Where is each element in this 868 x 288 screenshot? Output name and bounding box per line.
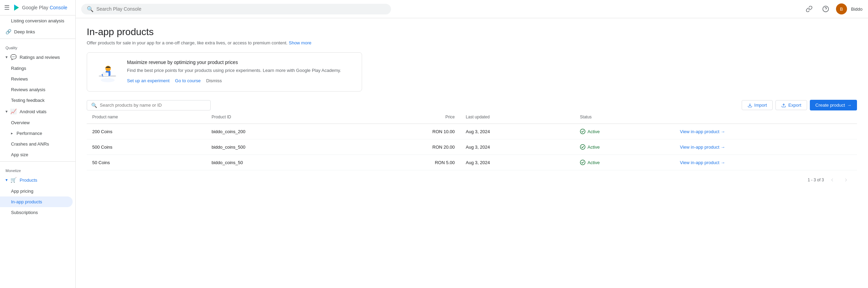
main-content: 🔍 B Biddo In-app products xyxy=(76,0,868,288)
sidebar-divider-monetize xyxy=(0,161,75,162)
view-link-cell: View in-app product → xyxy=(675,155,857,170)
topbar: 🔍 B Biddo xyxy=(76,0,868,18)
import-button[interactable]: Import xyxy=(742,100,773,110)
product-search-icon: 🔍 xyxy=(91,103,97,108)
view-product-link-1[interactable]: View in-app product → xyxy=(680,129,725,134)
active-status-icon xyxy=(580,144,585,150)
products-table: Product name Product ID Price Last updat… xyxy=(87,110,857,170)
product-id-cell: biddo_coins_50 xyxy=(206,155,352,170)
view-product-link-3[interactable]: View in-app product → xyxy=(680,160,725,165)
active-status-icon xyxy=(580,129,585,134)
last-updated-cell: Aug 3, 2024 xyxy=(460,124,574,139)
table-row: 50 Coins biddo_coins_50 RON 5.00 Aug 3, … xyxy=(87,155,857,170)
product-id-cell: biddo_coins_200 xyxy=(206,124,352,139)
product-search-box[interactable]: 🔍 xyxy=(87,100,211,110)
table-row: 200 Coins biddo_coins_200 RON 10.00 Aug … xyxy=(87,124,857,139)
product-name-cell: 200 Coins xyxy=(87,124,206,139)
search-icon: 🔍 xyxy=(87,6,94,12)
sidebar-divider-quality xyxy=(0,39,75,39)
svg-point-12 xyxy=(580,129,585,134)
svg-point-3 xyxy=(101,78,115,82)
sidebar-item-performance[interactable]: ▸ Performance xyxy=(0,128,73,139)
link-button[interactable] xyxy=(803,3,815,15)
export-button[interactable]: Export xyxy=(775,100,807,110)
status-label: Active xyxy=(588,129,600,134)
sidebar-item-ratings[interactable]: Ratings xyxy=(0,63,73,74)
sidebar-item-reviews[interactable]: Reviews xyxy=(0,74,73,84)
sidebar-item-label: Subscriptions xyxy=(11,210,38,215)
sidebar-item-label: Performance xyxy=(17,131,42,136)
sidebar-item-label: Reviews analysis xyxy=(11,87,45,92)
help-button[interactable] xyxy=(819,3,832,15)
quality-section-label: Quality xyxy=(0,42,75,51)
link-icon xyxy=(806,6,813,12)
pagination-next-button[interactable] xyxy=(840,174,851,185)
sidebar-section-monetize: Monetize ▾ 🛒 Products App pricing In-app… xyxy=(0,164,75,218)
col-last-updated: Last updated xyxy=(460,110,574,124)
col-product-name: Product name xyxy=(87,110,206,124)
promo-description: Find the best price points for your prod… xyxy=(127,67,353,74)
sidebar-item-reviews-analysis[interactable]: Reviews analysis xyxy=(0,84,73,95)
sidebar-item-listing-conversion[interactable]: Listing conversion analysis xyxy=(0,15,73,26)
promo-content: Maximize revenue by optimizing your prod… xyxy=(127,60,353,83)
sidebar-item-label: Android vitals xyxy=(20,109,46,114)
chevron-down-icon: ▾ xyxy=(6,109,8,114)
col-actions xyxy=(675,110,857,124)
promo-actions: Set up an experiment Go to course Dismis… xyxy=(127,78,353,83)
arrow-right-icon: → xyxy=(847,103,851,108)
col-price: Price xyxy=(352,110,460,124)
product-search-input[interactable] xyxy=(100,103,206,108)
pagination-prev-button[interactable] xyxy=(827,174,838,185)
search-box[interactable]: 🔍 xyxy=(81,4,391,14)
dismiss-button[interactable]: Dismiss xyxy=(206,78,222,83)
sidebar-item-in-app-products[interactable]: In-app products xyxy=(0,196,73,207)
help-icon xyxy=(822,6,829,12)
sidebar-item-label: Ratings xyxy=(11,66,26,71)
last-updated-cell: Aug 3, 2024 xyxy=(460,139,574,155)
sidebar-item-label: Crashes and ANRs xyxy=(11,141,49,147)
sidebar-item-android-vitals[interactable]: ▾ 📈 Android vitals xyxy=(0,106,75,117)
import-icon xyxy=(748,103,752,108)
set-up-experiment-link[interactable]: Set up an experiment xyxy=(127,78,170,83)
sidebar-item-ratings-reviews[interactable]: ▾ 💬 Ratings and reviews xyxy=(0,51,75,63)
go-to-course-link[interactable]: Go to course xyxy=(175,78,201,83)
col-status: Status xyxy=(574,110,674,124)
svg-point-13 xyxy=(580,145,585,149)
product-id-cell: biddo_coins_500 xyxy=(206,139,352,155)
pagination-summary: 1 - 3 of 3 xyxy=(808,178,824,182)
search-input[interactable] xyxy=(96,6,385,12)
sidebar-item-label: Products xyxy=(20,178,37,183)
show-more-link[interactable]: Show more xyxy=(289,40,311,45)
last-updated-cell: Aug 3, 2024 xyxy=(460,155,574,170)
view-product-link-2[interactable]: View in-app product → xyxy=(680,145,725,150)
user-name: Biddo xyxy=(851,7,862,12)
sidebar-item-label: Deep links xyxy=(14,29,35,34)
svg-marker-0 xyxy=(14,4,19,11)
sidebar-item-app-size[interactable]: App size xyxy=(0,149,73,160)
sidebar-item-overview[interactable]: Overview xyxy=(0,117,73,128)
product-name-cell: 500 Coins xyxy=(87,139,206,155)
sidebar-item-subscriptions[interactable]: Subscriptions xyxy=(0,207,73,218)
chevron-down-icon: ▾ xyxy=(6,178,8,182)
sidebar-item-label: App size xyxy=(11,152,28,157)
active-status-icon xyxy=(580,160,585,165)
sidebar-item-deep-links[interactable]: 🔗 Deep links xyxy=(0,26,73,37)
view-link-cell: View in-app product → xyxy=(675,139,857,155)
table-toolbar: 🔍 Import xyxy=(87,100,857,110)
avatar[interactable]: B xyxy=(836,3,847,14)
logo-text: Google Play Console xyxy=(22,5,67,10)
status-cell: Active xyxy=(574,124,674,139)
logo-container[interactable]: Google Play Console xyxy=(12,3,67,12)
sidebar-item-testing-feedback[interactable]: Testing feedback xyxy=(0,95,73,106)
sidebar-item-crashes-anrs[interactable]: Crashes and ANRs xyxy=(0,139,73,149)
status-label: Active xyxy=(588,160,600,165)
hamburger-icon[interactable]: ☰ xyxy=(4,4,10,11)
export-icon xyxy=(781,103,786,108)
product-name-cell: 50 Coins xyxy=(87,155,206,170)
link-icon: 🔗 xyxy=(6,29,11,34)
sidebar-item-products[interactable]: ▾ 🛒 Products xyxy=(0,174,75,186)
create-product-button[interactable]: Create product → xyxy=(810,100,857,110)
sidebar-item-app-pricing[interactable]: App pricing xyxy=(0,186,73,196)
monetize-section-label: Monetize xyxy=(0,164,75,174)
products-icon: 🛒 xyxy=(10,177,17,183)
